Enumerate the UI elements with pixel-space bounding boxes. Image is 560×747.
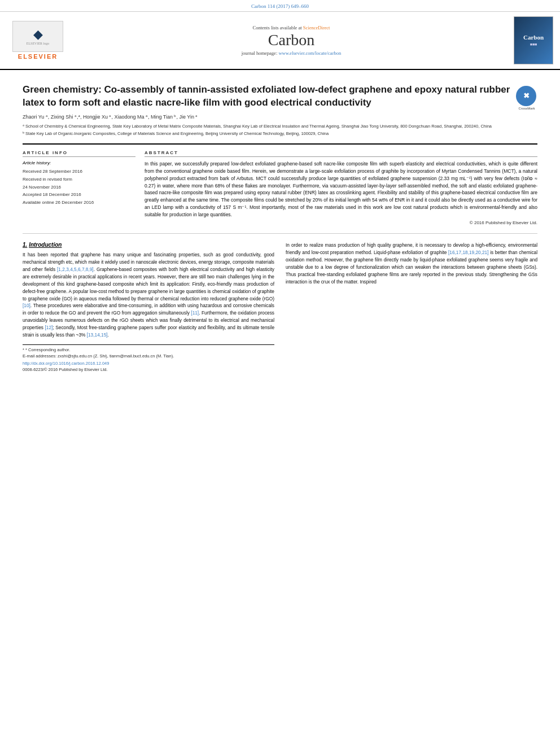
cover-title: Carbon <box>523 34 544 41</box>
main-content: Green chemistry: Co-assembly of tannin-a… <box>0 70 560 383</box>
footnote-area: * * Corresponding author. E-mail address… <box>23 344 274 372</box>
info-abstract-section: ARTICLE INFO Article history: Received 2… <box>23 143 537 225</box>
affiliation-b: ᵇ State Key Lab of Organic-Inorganic Com… <box>23 130 537 137</box>
abstract-column: ABSTRACT In this paper, we successfully … <box>145 150 537 225</box>
doi-link[interactable]: http://dx.doi.org/10.1016/j.carbon.2016.… <box>23 361 274 366</box>
homepage-prefix: journal homepage: <box>242 50 278 56</box>
elsevier-text: ELSEVIER <box>18 53 58 60</box>
received-date: Received 28 September 2016 <box>23 168 135 176</box>
abstract-label: ABSTRACT <box>145 150 537 157</box>
elsevier-logo: ◆ ELSEVIER logo ELSEVIER <box>7 21 69 60</box>
body-section: 1. Introduction It has been reported tha… <box>23 242 537 372</box>
ref-11: [11] <box>191 310 199 316</box>
issn-line: 0008-6223/© 2016 Published by Elsevier L… <box>23 367 274 372</box>
contents-line: Contents lists available at ScienceDirec… <box>75 25 508 30</box>
ref-12: [12] <box>45 325 53 330</box>
corresponding-label: * Corresponding author. <box>25 347 70 352</box>
copyright-line: © 2016 Published by Elsevier Ltd. <box>145 220 537 225</box>
received-revised-label: Received in revised form <box>23 176 135 184</box>
available-online-date: Available online 26 December 2016 <box>23 199 135 207</box>
article-info-column: ARTICLE INFO Article history: Received 2… <box>23 150 135 225</box>
article-title: Green chemistry: Co-assembly of tannin-a… <box>23 84 510 110</box>
article-title-section: Green chemistry: Co-assembly of tannin-a… <box>23 84 537 110</box>
ref-16-21: [16,17,18,19,20,21] <box>448 250 489 255</box>
introduction-left-text: It has been reported that graphene has m… <box>23 251 274 338</box>
introduction-title: 1. Introduction <box>23 242 274 248</box>
journal-cover: Carbon ■■■ <box>514 16 553 64</box>
crossmark-icon: ✖ <box>516 86 536 106</box>
sciencedirect-link[interactable]: ScienceDirect <box>303 25 330 30</box>
journal-name: Carbon <box>75 32 508 49</box>
intro-para-1: It has been reported that graphene has m… <box>23 251 274 338</box>
abstract-text: In this paper, we successfully prepared … <box>145 160 537 218</box>
body-right-column: In order to realize mass production of h… <box>286 242 537 372</box>
homepage-line: journal homepage: www.elsevier.com/locat… <box>75 50 508 56</box>
introduction-right-text: In order to realize mass production of h… <box>286 242 537 285</box>
authors-line: Zhaori Yu ᵃ, Zixing Shi ᵃ,*, Hongjie Xu … <box>23 114 537 120</box>
intro-para-2: In order to realize mass production of h… <box>286 242 537 285</box>
cover-decoration: ■■■ <box>530 42 537 47</box>
journal-citation: Carbon 114 (2017) 649–660 <box>251 3 309 9</box>
section-number: 1. <box>23 242 27 248</box>
email-footnote: E-mail addresses: zxshi@sjtu.edu.cn (Z. … <box>23 353 274 359</box>
ref-13-15: [13,14,15] <box>87 332 108 338</box>
elsevier-logo-icon: ◆ <box>33 28 43 41</box>
article-info-label: ARTICLE INFO <box>23 150 135 157</box>
journal-header: ◆ ELSEVIER logo ELSEVIER Contents lists … <box>0 12 560 70</box>
section-name: Introduction <box>29 242 62 248</box>
ref-1-9: [1,2,3,4,5,6,7,8,9] <box>57 267 94 272</box>
affiliation-a: ᵃ School of Chemistry & Chemical Enginee… <box>23 123 537 129</box>
ref-10: [10] <box>23 303 30 308</box>
affiliations: ᵃ School of Chemistry & Chemical Enginee… <box>23 123 537 137</box>
revised-date: 24 November 2016 <box>23 184 135 191</box>
homepage-url[interactable]: www.elsevier.com/locate/carbon <box>278 50 341 56</box>
elsevier-logo-image: ◆ ELSEVIER logo <box>12 21 63 52</box>
accepted-date: Accepted 18 December 2016 <box>23 191 135 199</box>
history-label: Article history: <box>23 160 135 165</box>
top-bar: Carbon 114 (2017) 649–660 <box>0 0 560 12</box>
journal-center: Contents lists available at ScienceDirec… <box>75 25 508 56</box>
body-left-column: 1. Introduction It has been reported tha… <box>23 242 274 372</box>
contents-prefix: Contents lists available at <box>253 25 302 30</box>
corresponding-author-note: * * Corresponding author. <box>23 347 274 352</box>
crossmark-badge: ✖ CrossMark <box>516 86 537 107</box>
section-divider <box>23 233 537 234</box>
crossmark-label: CrossMark <box>516 107 537 110</box>
